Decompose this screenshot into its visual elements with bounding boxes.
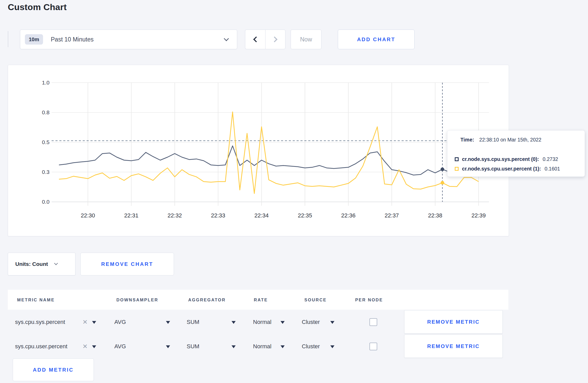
svg-text:22:34: 22:34 [254,212,269,219]
time-range-label: Past 10 Minutes [51,36,94,43]
source-caret-icon[interactable] [330,345,334,348]
header-downsampler: DOWNSAMPLER [116,297,158,302]
now-button[interactable]: Now [291,30,321,49]
svg-text:22:30: 22:30 [81,212,95,219]
page-title: Custom Chart [8,2,67,12]
rate-caret-icon[interactable] [281,345,285,348]
time-range-badge: 10m [25,34,43,45]
header-per-node: PER NODE [355,297,383,302]
clear-metric-icon[interactable]: ✕ [82,343,88,350]
tooltip-rows: cr.node.sys.cpu.sys.percent (0):0.2732cr… [455,156,578,172]
metric-row: sys.cpu.user.percent ✕ AVG SUM Normal Cl… [0,335,588,358]
source-caret-icon[interactable] [330,321,334,324]
downsampler-select[interactable]: AVG [114,319,126,325]
chevron-left-icon [253,37,259,42]
toolbar-divider [8,31,8,47]
time-back-button[interactable] [245,30,265,49]
tooltip-series-row: cr.node.sys.cpu.user.percent (1):0.1601 [455,166,578,172]
time-range-dropdown[interactable]: 10m Past 10 Minutes [20,30,237,49]
tooltip-series-value: 0.1601 [545,166,560,172]
remove-metric-button[interactable]: REMOVE METRIC [404,310,503,334]
svg-text:0.3: 0.3 [42,169,50,175]
tooltip-series-name: cr.node.sys.cpu.user.percent (1): [462,166,541,172]
remove-metric-button[interactable]: REMOVE METRIC [404,335,503,358]
rate-caret-icon[interactable] [281,321,285,324]
chevron-down-icon [54,261,58,265]
svg-text:0.5: 0.5 [42,139,50,145]
units-dropdown[interactable]: Units: Count [8,253,75,275]
svg-text:22:38: 22:38 [428,212,442,219]
chart-tooltip: Time: 22:38:10 on Mar 15th, 2022 cr.node… [447,130,585,177]
chevron-right-icon [272,37,278,42]
svg-text:22:32: 22:32 [167,212,182,219]
downsampler-caret-icon[interactable] [166,321,170,324]
source-select[interactable]: Cluster [302,343,320,350]
header-source: SOURCE [304,297,327,302]
chart-svg: 0.00.30.50.81.022:3022:3122:3222:3322:34… [8,65,509,237]
svg-text:22:37: 22:37 [385,212,399,219]
svg-text:22:31: 22:31 [124,212,138,219]
source-select[interactable]: Cluster [302,319,320,325]
downsampler-select[interactable]: AVG [114,343,126,350]
series-swatch-icon [455,157,459,161]
svg-text:1.0: 1.0 [42,80,50,86]
metric-dropdown-caret-icon[interactable] [92,321,96,324]
aggregator-caret-icon[interactable] [232,321,236,324]
svg-text:22:39: 22:39 [471,212,486,219]
rate-select[interactable]: Normal [253,343,271,350]
units-label: Units: Count [15,261,48,267]
add-chart-button[interactable]: ADD CHART [338,30,415,49]
downsampler-caret-icon[interactable] [166,345,170,348]
clear-metric-icon[interactable]: ✕ [82,318,88,326]
header-metric-name: METRIC NAME [17,297,55,302]
svg-text:22:36: 22:36 [341,212,355,219]
metric-name-value[interactable]: sys.cpu.user.percent [15,343,67,350]
tooltip-series-name: cr.node.sys.cpu.sys.percent (0): [462,156,539,162]
svg-text:0.0: 0.0 [42,199,50,205]
tooltip-time-row: Time: 22:38:10 on Mar 15th, 2022 [455,137,578,143]
chart-panel[interactable]: 0.00.30.50.81.022:3022:3122:3222:3322:34… [8,65,509,236]
metric-dropdown-caret-icon[interactable] [92,345,96,348]
svg-text:0.8: 0.8 [42,109,50,115]
tooltip-series-value: 0.2732 [543,156,558,162]
time-forward-button[interactable] [265,30,285,49]
time-nav-group [245,30,285,49]
aggregator-select[interactable]: SUM [187,343,199,350]
svg-text:22:35: 22:35 [298,212,312,219]
series-swatch-icon [455,167,459,171]
remove-chart-button[interactable]: REMOVE CHART [80,253,174,275]
aggregator-caret-icon[interactable] [232,345,236,348]
aggregator-select[interactable]: SUM [187,319,199,325]
metric-name-value[interactable]: sys.cpu.sys.percent [15,319,65,325]
header-rate: RATE [254,297,268,302]
metrics-table-header: METRIC NAME DOWNSAMPLER AGGREGATOR RATE … [8,290,508,310]
metric-row: sys.cpu.sys.percent ✕ AVG SUM Normal Clu… [0,310,588,334]
per-node-checkbox[interactable] [369,318,377,326]
tooltip-series-row: cr.node.sys.cpu.sys.percent (0):0.2732 [455,156,578,162]
add-metric-button[interactable]: ADD METRIC [13,358,94,381]
rate-select[interactable]: Normal [253,319,271,325]
svg-text:22:33: 22:33 [211,212,225,219]
tooltip-time-label: Time: [460,137,474,143]
header-aggregator: AGGREGATOR [188,297,226,302]
per-node-checkbox[interactable] [369,343,377,350]
chevron-down-icon [224,36,229,41]
custom-chart-page: { "page": { "title": "Custom Chart" }, "… [0,0,588,383]
tooltip-time-value: 22:38:10 on Mar 15th, 2022 [479,137,542,143]
